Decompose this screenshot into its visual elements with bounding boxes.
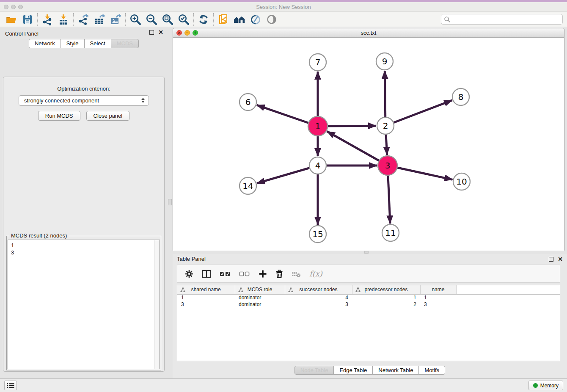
splitter-grip[interactable] [168, 199, 172, 205]
export-network-button[interactable] [75, 13, 91, 26]
table-cell[interactable]: 2 [352, 301, 420, 308]
float-panel-icon[interactable] [149, 30, 154, 35]
result-scrollbar[interactable] [154, 240, 160, 369]
import-table-icon [58, 14, 69, 25]
export-network-icon [77, 14, 89, 25]
show-columns-button[interactable] [202, 270, 211, 278]
node-3[interactable]: 3 [378, 156, 397, 175]
column-header-predecessor-nodes[interactable]: predecessor nodes [352, 285, 420, 294]
control-panel-tabs: Network Style Select MCDS [0, 39, 168, 48]
edge-2-8[interactable] [385, 100, 452, 126]
column-type-icon [180, 287, 185, 293]
node-2[interactable]: 2 [377, 117, 394, 134]
status-bar: Memory [0, 378, 567, 392]
node-14[interactable]: 14 [239, 177, 256, 194]
save-session-button[interactable] [19, 13, 36, 26]
column-header-name[interactable]: name [420, 285, 456, 294]
table-row[interactable]: 1dominator411 [177, 294, 560, 301]
network-graph[interactable]: 7968124314101511 [173, 38, 564, 251]
table-cell[interactable]: 1 [420, 294, 456, 301]
zoom-selected-button[interactable] [176, 13, 192, 26]
zoom-in-button[interactable] [127, 13, 143, 26]
add-column-button[interactable] [259, 270, 267, 278]
export-image-button[interactable] [107, 13, 124, 26]
run-mcds-button[interactable]: Run MCDS [38, 111, 80, 121]
export-table-button[interactable] [91, 13, 107, 26]
table-toolbar: f(x) [177, 265, 560, 283]
mcds-result-group: MCDS result (2 nodes) 13 [6, 236, 161, 370]
horizontal-splitter[interactable] [173, 251, 564, 254]
unselect-all-columns-button[interactable] [239, 271, 250, 277]
edge-3-1[interactable] [327, 131, 388, 166]
tab-motifs[interactable]: Motifs [418, 366, 445, 375]
zoom-out-button[interactable] [143, 13, 160, 26]
close-panel-icon[interactable]: ✕ [158, 30, 163, 35]
table-settings-button[interactable] [185, 270, 193, 278]
memory-status-icon [533, 383, 538, 388]
task-history-button[interactable] [4, 381, 17, 390]
table-cell[interactable]: 3 [420, 301, 456, 308]
node-15[interactable]: 15 [309, 226, 326, 243]
column-header-successor-nodes[interactable]: successor nodes [285, 285, 352, 294]
node-7[interactable]: 7 [309, 54, 326, 71]
first-neighbors-button[interactable] [231, 13, 248, 26]
result-line: 1 [11, 242, 160, 249]
network-window-titlebar[interactable]: ✕ − + scc.txt [173, 28, 564, 38]
node-10[interactable]: 10 [453, 173, 470, 190]
table-cell[interactable]: 1 [352, 294, 420, 301]
import-network-button[interactable] [39, 13, 55, 26]
table-cell[interactable]: 4 [285, 294, 352, 301]
tab-node-table[interactable]: Node Table [295, 366, 334, 375]
refresh-button[interactable] [195, 13, 212, 26]
tab-network-table[interactable]: Network Table [372, 366, 419, 375]
new-network-from-selection-button[interactable] [215, 13, 231, 26]
toolbar-search[interactable] [441, 14, 563, 25]
toolbar-separator [125, 13, 126, 26]
node-8[interactable]: 8 [452, 88, 469, 105]
show-hide-visual-properties-button[interactable] [248, 13, 264, 26]
table-cell[interactable]: dominator [235, 294, 285, 301]
close-panel-button[interactable]: Close panel [86, 111, 130, 121]
table-cell[interactable]: 3 [177, 301, 235, 308]
node-1[interactable]: 1 [308, 116, 328, 136]
tab-select[interactable]: Select [84, 39, 111, 48]
columns-icon [202, 270, 211, 278]
mcds-result-title: MCDS result (2 nodes) [9, 232, 69, 239]
edge-4-14[interactable] [257, 166, 318, 183]
tab-edge-table[interactable]: Edge Table [333, 366, 373, 375]
row-filler [456, 301, 560, 308]
svg-text:3: 3 [385, 160, 391, 171]
zoom-fit-button[interactable] [160, 13, 176, 26]
table-row[interactable]: 3dominator323 [177, 301, 560, 308]
table-cell[interactable]: 1 [177, 294, 235, 301]
tab-network[interactable]: Network [29, 39, 61, 48]
optimization-criterion-select[interactable]: strongly connected component [19, 95, 149, 106]
float-panel-icon[interactable] [549, 257, 553, 262]
open-session-button[interactable] [3, 13, 19, 26]
table-cell[interactable]: dominator [235, 301, 285, 308]
search-input[interactable] [451, 15, 562, 24]
node-11[interactable]: 11 [382, 224, 399, 241]
table-cell[interactable]: 3 [285, 301, 352, 308]
column-header-mcds-role[interactable]: MCDS role [235, 285, 285, 294]
show-graphics-details-button[interactable] [264, 13, 280, 26]
splitter-grip[interactable] [364, 251, 369, 254]
import-table-button[interactable] [55, 13, 72, 26]
row-filler [456, 294, 560, 301]
svg-text:15: 15 [312, 229, 323, 239]
memory-button[interactable]: Memory [528, 381, 563, 390]
vertical-splitter[interactable] [168, 27, 173, 372]
node-6[interactable]: 6 [239, 94, 256, 110]
mcds-result-text[interactable]: 13 [8, 240, 160, 369]
tab-mcds[interactable]: MCDS [111, 39, 139, 48]
select-all-columns-button[interactable] [220, 271, 231, 277]
svg-text:10: 10 [456, 177, 467, 187]
node-9[interactable]: 9 [376, 53, 393, 70]
column-header-shared-name[interactable]: shared name [177, 285, 235, 294]
tab-style[interactable]: Style [61, 39, 85, 48]
delete-column-button[interactable] [275, 270, 283, 278]
network-canvas[interactable]: 7968124314101511 [173, 38, 564, 251]
close-panel-icon[interactable]: ✕ [558, 257, 563, 262]
node-4[interactable]: 4 [309, 157, 326, 174]
svg-text:11: 11 [385, 228, 396, 238]
